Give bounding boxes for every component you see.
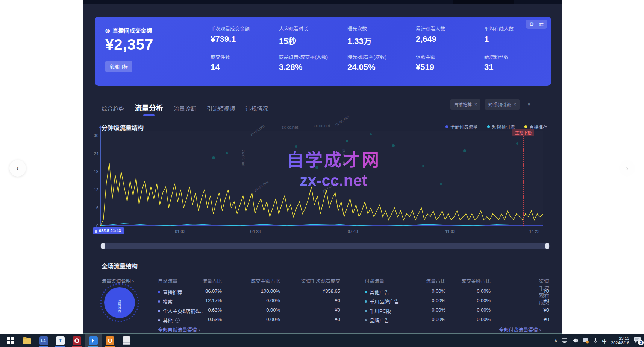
table-row-label: 千川PC版 bbox=[365, 307, 391, 314]
metric: 曝光次数 1.33万 bbox=[347, 25, 415, 46]
metric: 千次观看成交金额 ¥739.1 bbox=[211, 25, 278, 44]
target-icon: ◎ bbox=[105, 27, 110, 33]
live-dashboard: ◎ 直播间成交金额 ¥2,357 创建目标 ⚙ ⇄ 千次观看成交金额 ¥739.… bbox=[83, 4, 562, 333]
carousel-next-button[interactable]: › bbox=[619, 160, 635, 177]
table-row-label: 直播推荐 bbox=[158, 288, 182, 295]
notification-button[interactable]: 3 bbox=[633, 336, 642, 345]
metrics-banner: ◎ 直播间成交金额 ¥2,357 创建目标 ⚙ ⇄ 千次观看成交金额 ¥739.… bbox=[95, 17, 551, 86]
traffic-line-chart[interactable] bbox=[100, 131, 543, 226]
slider-left-handle[interactable] bbox=[101, 243, 105, 249]
ime-indicator[interactable]: 中 bbox=[602, 337, 607, 344]
cell-per-mille: ¥0 bbox=[335, 317, 340, 322]
chart-noise bbox=[100, 131, 101, 132]
col-header: 成交金额占比 bbox=[461, 277, 491, 284]
chip-live-recommend[interactable]: 直播推荐 × bbox=[450, 99, 480, 110]
timeline-start-chip[interactable]: 08/15 21:43 bbox=[93, 227, 124, 234]
create-goal-button[interactable]: 创建目标 bbox=[105, 61, 132, 72]
tab-traffic-diagnosis[interactable]: 流量诊断 bbox=[174, 104, 196, 112]
bottom-divider bbox=[83, 333, 562, 334]
chevron-down-icon[interactable]: ∨ bbox=[524, 102, 534, 107]
cursor-app-icon bbox=[89, 336, 98, 345]
table-row-label: 搜索 bbox=[158, 298, 173, 305]
chip-short-video[interactable]: 短视频引流 × bbox=[485, 99, 520, 110]
next-icon: › bbox=[626, 163, 629, 174]
tab-traffic-analysis[interactable]: 流量分析 bbox=[135, 102, 163, 113]
table-row-label: 千川品牌广告 bbox=[365, 298, 399, 305]
file-explorer-button[interactable] bbox=[19, 334, 35, 347]
network-icon[interactable] bbox=[562, 338, 568, 343]
close-icon[interactable]: × bbox=[474, 102, 477, 107]
all-paid-channels-link[interactable]: 全部付费流量渠道 › bbox=[499, 326, 541, 333]
all-natural-channels-link[interactable]: 全部自然流量渠道 › bbox=[158, 326, 200, 333]
watermark-small: zx-cc.net bbox=[282, 125, 298, 129]
start-button[interactable] bbox=[2, 334, 19, 347]
banner-title: ◎ 直播间成交金额 bbox=[105, 26, 152, 34]
snip-app-icon[interactable] bbox=[583, 338, 589, 344]
y-tick-label: 18 bbox=[94, 169, 98, 174]
legend-dot bbox=[445, 125, 448, 128]
y-axis-ticks: 0612182430 bbox=[86, 131, 98, 226]
legend-short-video[interactable]: 短视频引流 bbox=[487, 123, 515, 130]
microphone-icon[interactable] bbox=[593, 338, 598, 344]
gmv-value: ¥2,357 bbox=[105, 36, 153, 53]
section-tabs: 综合趋势 流量分析 流量诊断 引流短视频 违规情况 bbox=[102, 102, 268, 113]
cell-gmv-share: 0.00% bbox=[477, 317, 491, 322]
tab-overall-trend[interactable]: 综合趋势 bbox=[102, 104, 124, 112]
app-pointer-button[interactable] bbox=[85, 334, 102, 347]
traffic-structure-title: 全场流量结构 bbox=[102, 261, 138, 270]
col-header: 成交金额占比 bbox=[251, 277, 280, 284]
cell-per-mille: ¥0 bbox=[544, 307, 549, 313]
banner-title-text: 直播间成交金额 bbox=[112, 26, 152, 34]
x-tick-label: 11:03 bbox=[445, 229, 455, 234]
folder-icon bbox=[23, 338, 31, 344]
taskbar-clock[interactable]: 23:13 2024/8/16 bbox=[611, 336, 629, 345]
y-tick-label: 6 bbox=[96, 205, 98, 210]
app-orange-button[interactable] bbox=[102, 334, 118, 347]
table-row-label: 其他广告 bbox=[365, 288, 389, 295]
notification-badge: 3 bbox=[638, 340, 644, 345]
col-header: 流量占比 bbox=[202, 277, 222, 284]
cell-gmv-share: 0.00% bbox=[266, 317, 280, 322]
table-row-label: 个人主页&店铺&... bbox=[158, 307, 203, 314]
filter-chips: 直播推荐 × 短视频引流 × ∨ bbox=[450, 99, 534, 110]
close-icon[interactable]: × bbox=[514, 102, 516, 107]
system-tray: ∧ 中 23:13 2024/8/16 3 bbox=[554, 334, 642, 347]
slider-right-handle[interactable] bbox=[545, 243, 549, 249]
metric: 商品点击-成交率(人数) 3.28% bbox=[279, 53, 347, 72]
app-l1-button[interactable]: L1 bbox=[35, 334, 52, 347]
orange-app-icon bbox=[106, 336, 114, 345]
stream-end-marker-line bbox=[523, 136, 524, 226]
paid-col-header: 付费流量 bbox=[365, 277, 384, 284]
table-row-label: 其他 bbox=[158, 317, 180, 324]
carousel-prev-button[interactable]: ‹ bbox=[9, 160, 26, 177]
tab-violations[interactable]: 违规情况 bbox=[245, 104, 268, 112]
watermark-small: zx-cc.net bbox=[334, 114, 350, 127]
volume-icon[interactable] bbox=[573, 338, 579, 343]
tray-expand-icon[interactable]: ∧ bbox=[554, 338, 558, 343]
natural-col-header: 自然流量 bbox=[158, 277, 177, 284]
chart-range-slider[interactable] bbox=[100, 243, 550, 249]
cell-traffic-share: 0.63% bbox=[208, 307, 222, 313]
info-icon[interactable] bbox=[175, 318, 180, 323]
time: 23:13 bbox=[611, 336, 629, 341]
traffic-donut-chart: 直播推荐 bbox=[100, 283, 139, 322]
arrow-icon: › bbox=[539, 327, 541, 333]
tab-short-video[interactable]: 引流短视频 bbox=[207, 104, 235, 112]
y-tick-label: 30 bbox=[94, 133, 98, 138]
cell-traffic-share: 0.00% bbox=[432, 298, 445, 303]
app-notepad-button[interactable] bbox=[118, 334, 135, 347]
donut-label: 直播推荐 bbox=[117, 300, 121, 313]
col-header: 渠道千次观看成交 bbox=[301, 277, 340, 284]
notepad-icon bbox=[123, 336, 130, 345]
x-tick-label: 07:43 bbox=[348, 229, 358, 234]
chart-svg bbox=[100, 131, 543, 226]
app-opera-button[interactable] bbox=[68, 334, 85, 347]
cell-per-mille: ¥0 bbox=[544, 317, 549, 322]
metric: 人均观看时长 15秒 bbox=[279, 25, 347, 46]
cell-per-mille: ¥0 bbox=[544, 288, 549, 294]
chart-title: 分钟级流量结构 bbox=[102, 123, 144, 132]
drag-dots-icon bbox=[95, 230, 96, 231]
app-teams-button[interactable]: T bbox=[52, 334, 68, 347]
cell-per-mille: ¥0 bbox=[335, 298, 340, 303]
legend-paid-traffic[interactable]: 全部付费流量 bbox=[445, 123, 477, 130]
